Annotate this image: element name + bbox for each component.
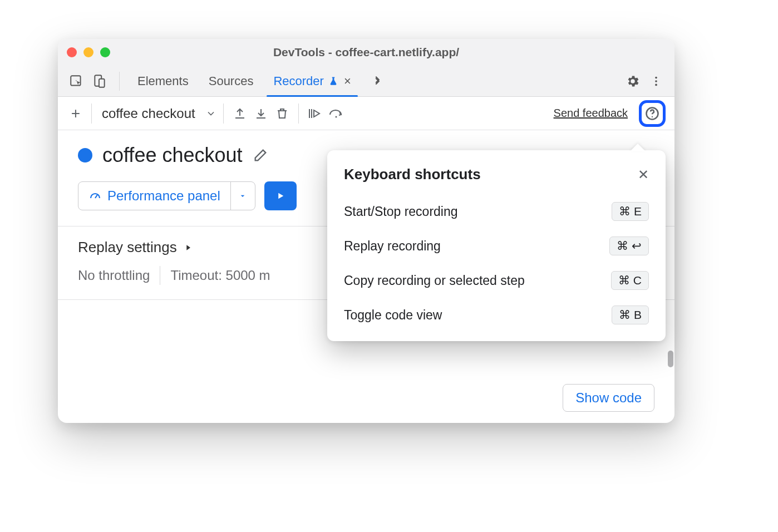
export-icon[interactable] bbox=[230, 104, 249, 123]
shortcut-row: Replay recording ⌘ ↩ bbox=[344, 237, 649, 255]
window-controls bbox=[67, 47, 110, 57]
triangle-right-icon bbox=[184, 243, 193, 252]
import-icon[interactable] bbox=[252, 104, 270, 123]
close-popover-button[interactable]: ✕ bbox=[638, 167, 649, 183]
svg-point-4 bbox=[655, 80, 657, 82]
svg-rect-0 bbox=[71, 76, 80, 85]
device-toggle-icon[interactable] bbox=[90, 72, 109, 91]
gauge-icon bbox=[88, 189, 102, 203]
tab-label: Recorder bbox=[273, 74, 323, 88]
step-play-icon[interactable] bbox=[306, 104, 324, 123]
more-tabs-button[interactable] bbox=[363, 66, 391, 96]
show-code-button[interactable]: Show code bbox=[563, 384, 654, 412]
edit-title-icon[interactable] bbox=[253, 147, 268, 163]
tab-separator bbox=[119, 72, 120, 91]
recording-status-dot bbox=[78, 148, 92, 162]
svg-point-5 bbox=[655, 83, 657, 86]
shortcut-row: Toggle code view ⌘ B bbox=[344, 306, 649, 324]
separator bbox=[298, 104, 299, 124]
replay-button[interactable] bbox=[264, 181, 297, 210]
tab-elements[interactable]: Elements bbox=[130, 66, 196, 96]
new-recording-button[interactable]: + bbox=[67, 105, 85, 122]
keyboard-shortcuts-popover: Keyboard shortcuts ✕ Start/Stop recordin… bbox=[327, 150, 666, 341]
step-over-icon[interactable] bbox=[327, 104, 346, 123]
scrollbar-thumb[interactable] bbox=[668, 351, 673, 367]
flask-icon bbox=[328, 76, 338, 86]
inspect-element-icon[interactable] bbox=[67, 72, 86, 91]
window-title: DevTools - coffee-cart.netlify.app/ bbox=[58, 46, 674, 59]
window-close-button[interactable] bbox=[67, 47, 77, 57]
separator bbox=[223, 104, 224, 124]
shortcut-keys: ⌘ C bbox=[611, 271, 649, 290]
performance-panel-label: Performance panel bbox=[107, 188, 220, 204]
shortcut-keys: ⌘ E bbox=[612, 202, 649, 221]
shortcut-label: Copy recording or selected step bbox=[344, 273, 525, 288]
send-feedback-link[interactable]: Send feedback bbox=[554, 107, 628, 120]
tab-sources[interactable]: Sources bbox=[201, 66, 262, 96]
svg-point-8 bbox=[652, 116, 653, 117]
throttling-value[interactable]: No throttling bbox=[78, 268, 150, 283]
svg-point-3 bbox=[655, 76, 657, 78]
panel-tabstrip: Elements Sources Recorder × bbox=[58, 66, 674, 97]
shortcut-row: Start/Stop recording ⌘ E bbox=[344, 202, 649, 221]
shortcut-keys: ⌘ B bbox=[612, 306, 649, 324]
titlebar: DevTools - coffee-cart.netlify.app/ bbox=[58, 39, 674, 66]
shortcut-keys: ⌘ ↩ bbox=[609, 237, 649, 255]
delete-icon[interactable] bbox=[273, 104, 292, 123]
svg-rect-2 bbox=[99, 78, 105, 87]
window-zoom-button[interactable] bbox=[100, 47, 110, 57]
chevron-down-icon[interactable] bbox=[205, 108, 216, 119]
devtools-window: DevTools - coffee-cart.netlify.app/ Elem… bbox=[58, 39, 674, 423]
recording-title: coffee checkout bbox=[102, 144, 243, 167]
window-minimize-button[interactable] bbox=[83, 47, 93, 57]
tab-label: Elements bbox=[137, 74, 189, 88]
performance-panel-button[interactable]: Performance panel bbox=[78, 181, 255, 210]
shortcut-label: Replay recording bbox=[344, 239, 441, 254]
replay-settings-label: Replay settings bbox=[78, 239, 177, 256]
tab-label: Sources bbox=[209, 74, 254, 88]
svg-point-6 bbox=[335, 116, 337, 117]
recording-selector[interactable]: coffee checkout bbox=[99, 106, 199, 121]
kebab-menu-icon[interactable] bbox=[647, 72, 666, 91]
popover-title: Keyboard shortcuts bbox=[344, 166, 481, 183]
help-shortcuts-button[interactable] bbox=[639, 100, 666, 127]
performance-dropdown-caret[interactable] bbox=[230, 182, 255, 210]
settings-gear-icon[interactable] bbox=[623, 72, 642, 91]
tab-recorder[interactable]: Recorder × bbox=[265, 66, 358, 96]
recorder-toolbar: + coffee checkout Send feedback bbox=[58, 97, 674, 130]
shortcut-row: Copy recording or selected step ⌘ C bbox=[344, 271, 649, 290]
shortcut-label: Start/Stop recording bbox=[344, 204, 458, 219]
timeout-value[interactable]: Timeout: 5000 m bbox=[170, 268, 270, 283]
separator bbox=[91, 104, 92, 124]
close-tab-icon[interactable]: × bbox=[344, 74, 351, 88]
shortcut-label: Toggle code view bbox=[344, 308, 442, 323]
separator bbox=[160, 266, 160, 285]
